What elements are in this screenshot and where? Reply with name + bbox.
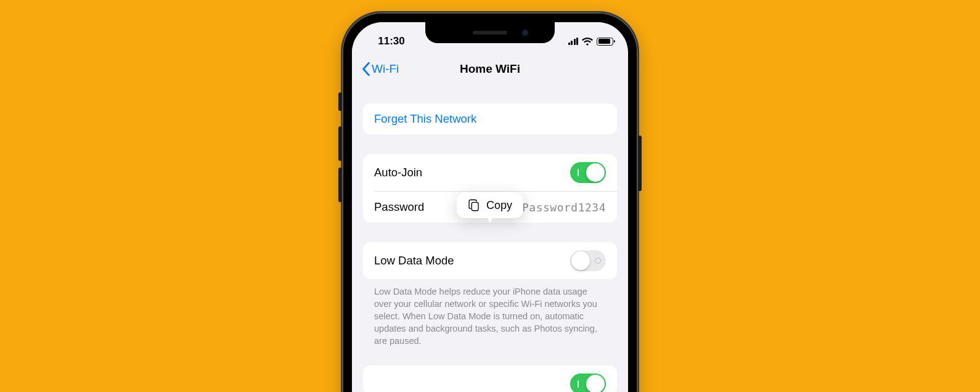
low-data-row: Low Data Mode bbox=[363, 242, 617, 279]
back-label: Wi-Fi bbox=[372, 62, 399, 76]
auto-join-row: Auto-Join bbox=[363, 154, 617, 191]
forget-group: Forget This Network bbox=[363, 104, 617, 134]
phone-frame: 11:30 Wi-Fi Home WiFi Forget This Networ… bbox=[342, 12, 638, 392]
forget-network-button[interactable]: Forget This Network bbox=[363, 104, 617, 134]
private-address-group bbox=[363, 365, 617, 392]
copy-label: Copy bbox=[486, 199, 512, 212]
copy-popover[interactable]: Copy bbox=[457, 192, 523, 218]
copy-icon bbox=[468, 198, 480, 212]
auto-join-toggle[interactable] bbox=[570, 162, 606, 183]
low-data-label: Low Data Mode bbox=[374, 254, 454, 267]
low-data-note: Low Data Mode helps reduce your iPhone d… bbox=[363, 279, 617, 347]
svg-rect-0 bbox=[472, 202, 478, 210]
auto-join-label: Auto-Join bbox=[374, 166, 422, 179]
power-button bbox=[638, 136, 642, 191]
wifi-icon bbox=[582, 38, 593, 46]
private-address-label bbox=[374, 377, 377, 391]
notch bbox=[425, 22, 555, 43]
password-label: Password bbox=[374, 200, 424, 214]
mute-switch bbox=[338, 92, 342, 111]
low-data-toggle[interactable] bbox=[570, 250, 606, 271]
volume-up bbox=[338, 126, 342, 161]
private-address-toggle[interactable] bbox=[570, 374, 606, 392]
front-camera bbox=[521, 29, 529, 36]
private-address-row bbox=[363, 365, 617, 392]
volume-down bbox=[338, 168, 342, 202]
back-button[interactable]: Wi-Fi bbox=[358, 60, 402, 78]
screen: 11:30 Wi-Fi Home WiFi Forget This Networ… bbox=[352, 22, 628, 392]
speaker-grille bbox=[473, 31, 507, 35]
status-time: 11:30 bbox=[367, 35, 416, 47]
chevron-left-icon bbox=[362, 62, 370, 76]
low-data-group: Low Data Mode bbox=[363, 242, 617, 279]
cellular-icon bbox=[568, 38, 579, 45]
battery-icon bbox=[597, 38, 613, 46]
password-value: Password1234 bbox=[522, 201, 606, 214]
